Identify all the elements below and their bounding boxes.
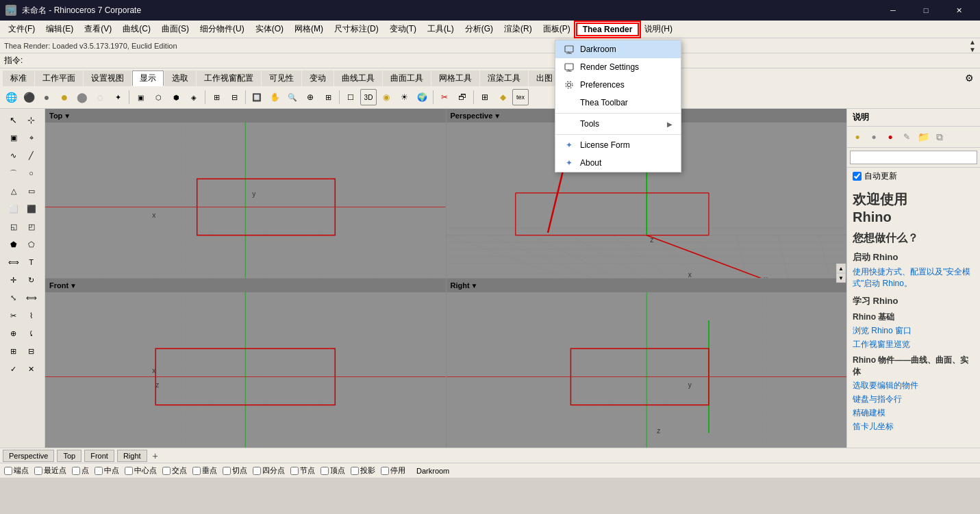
tab-workplane[interactable]: 工作平面 [35,70,83,86]
menu-edit[interactable]: 编辑(E) [40,21,79,37]
viewport-front-dropdown[interactable]: ▼ [70,282,77,290]
dd-tools[interactable]: Tools ▶ [555,115,681,133]
lt-rotate-icon[interactable]: ↻ [23,272,40,288]
menu-dim[interactable]: 尺寸标注(D) [329,21,384,37]
tb-grid3-icon[interactable]: ⊞ [477,89,493,105]
vp-tab-perspective[interactable]: Perspective [3,450,54,462]
vp-tab-front[interactable]: Front [84,450,114,462]
tb-display1-icon[interactable]: ▣ [132,89,149,105]
tb-display4-icon[interactable]: ◈ [186,89,202,105]
tab-transform[interactable]: 变动 [302,70,334,86]
lt-offset-icon[interactable]: ⤹ [23,325,40,342]
close-button[interactable]: ✕ [943,0,975,21]
snap-mid-cb[interactable] [95,467,103,475]
rp-icon-1[interactable]: ● [850,129,865,144]
snap-near-cb[interactable] [34,467,42,475]
menu-solid[interactable]: 实体(O) [250,21,289,37]
tb-pan-icon[interactable]: ✋ [266,89,283,105]
section2-link6[interactable]: 笛卡儿坐标 [853,421,975,433]
command-input[interactable] [25,55,976,67]
menu-mesh[interactable]: 网格(M) [289,21,329,37]
tb-shaded-icon[interactable]: ● [56,89,73,105]
menu-help[interactable]: 说明(H) [639,21,678,37]
lt-x-icon[interactable]: ✕ [23,361,40,377]
section1-link1[interactable]: 使用快捷方式、配置以及"安全模式"启动 Rhino。 [853,266,975,290]
tb-tex-icon[interactable]: tex [512,89,529,105]
lt-select2-icon[interactable]: ▣ [5,129,22,146]
menu-thea-render[interactable]: Thea Render [576,23,640,36]
tb-box-icon[interactable]: ☐ [342,89,359,105]
menu-render[interactable]: 渲染(R) [499,21,538,37]
viewport-right-dropdown[interactable]: ▼ [471,282,478,290]
viewport-top-dropdown[interactable]: ▼ [64,112,71,120]
snap-center-cb[interactable] [125,467,133,475]
snap-perp-cb[interactable] [192,467,201,475]
tab-vp-config[interactable]: 工作视窗配置 [197,70,261,86]
dd-preferences[interactable]: Preferences [555,76,681,94]
section2-link2[interactable]: 工作视窗里巡览 [853,339,975,350]
dd-license-form[interactable]: ✦ License Form [555,136,681,154]
tb-fit-icon[interactable]: ⊞ [320,89,336,105]
vp-tab-add[interactable]: + [150,450,161,461]
lt-solid-icon[interactable]: ⬟ [5,236,22,253]
lt-join-icon[interactable]: ⊕ [5,325,22,342]
snap-vertex-cb[interactable] [321,467,329,475]
tb-light-icon[interactable]: ☀ [396,89,412,105]
snap-project-cb[interactable] [351,467,359,475]
scroll-down[interactable]: ▼ [969,46,976,53]
lt-box-icon[interactable]: ⬜ [5,201,22,217]
tb-perspective-icon[interactable]: 🔲 [249,89,265,105]
lt-patch-icon[interactable]: ◰ [23,218,40,235]
scroll-up[interactable]: ▲ [969,38,976,46]
lt-extrude-icon[interactable]: ⬛ [23,201,40,217]
tb-ghosted-icon[interactable]: ◌ [92,89,108,105]
section2-link3[interactable]: 选取要编辑的物件 [853,380,975,391]
tb-grid1-icon[interactable]: ⊞ [208,89,225,105]
tab-setview[interactable]: 设置视图 [84,70,131,86]
lt-grid-icon[interactable]: ⊞ [5,343,22,359]
tb-xray-icon[interactable]: ✦ [110,89,126,105]
maximize-button[interactable]: □ [910,0,942,21]
section2-link5[interactable]: 精确建模 [853,407,975,419]
lt-move-icon[interactable]: ✛ [5,272,22,288]
rp-icon-5[interactable]: 📁 [916,129,931,144]
lt-dim-icon[interactable]: ⟺ [5,254,22,270]
viewport-top[interactable]: Top ▼ [45,109,446,278]
vp-tab-right[interactable]: Right [117,450,147,462]
viewport-front[interactable]: Front ▼ [45,279,446,448]
tb-cut-icon[interactable]: ✂ [436,89,453,105]
settings-icon[interactable]: ⚙ [961,70,977,86]
tb-sphere-icon[interactable]: ⚫ [21,89,37,105]
lt-poly-icon[interactable]: △ [5,183,22,199]
tb-zoom-icon[interactable]: 🔍 [284,89,301,105]
dd-render-settings[interactable]: Render Settings [555,58,681,76]
tb-sphere2-icon[interactable]: ● [38,89,55,105]
lt-scale-icon[interactable]: ⤡ [5,290,22,306]
tb-display2-icon[interactable]: ⬡ [150,89,166,105]
section2-link4[interactable]: 键盘与指令行 [853,394,975,405]
snap-intersect-cb[interactable] [162,467,171,475]
snap-tan-cb[interactable] [223,467,231,475]
lt-select-icon[interactable]: ↖ [5,112,22,128]
tb-rendered-icon[interactable]: ⬤ [74,89,90,105]
right-panel-search-input[interactable] [850,151,977,164]
lt-split-icon[interactable]: ⌇ [23,307,40,324]
rp-icon-6[interactable]: ⧉ [932,129,947,144]
lt-lasso-icon[interactable]: ⌖ [23,129,40,146]
menu-surface[interactable]: 曲面(S) [156,21,194,37]
section2-link1[interactable]: 浏览 Rhino 窗口 [853,325,975,337]
lt-arc-icon[interactable]: ⌒ [5,165,22,181]
menu-transform[interactable]: 变动(T) [384,21,422,37]
rp-icon-3[interactable]: ● [883,129,898,144]
rp-icon-2[interactable]: ● [866,129,881,144]
tb-zoom2-icon[interactable]: ⊕ [302,89,318,105]
menu-panel[interactable]: 面板(P) [538,21,576,37]
lt-line-icon[interactable]: ╱ [23,147,40,164]
lt-surface-icon[interactable]: ◱ [5,218,22,235]
menu-curve[interactable]: 曲线(C) [117,21,156,37]
auto-update-checkbox[interactable] [853,172,862,181]
tab-display[interactable]: 显示 [132,70,164,86]
lt-curve-icon[interactable]: ∿ [5,147,22,164]
lt-rect-icon[interactable]: ▭ [23,183,40,199]
dd-thea-toolbar[interactable]: Thea Toolbar [555,94,681,112]
